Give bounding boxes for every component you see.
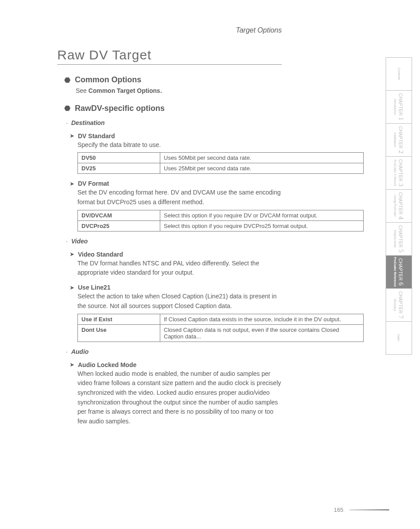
heading-text: RawDV-specific options [75,104,165,113]
side-tab[interactable]: CHAPTER 6ProCoder Reference [386,255,412,288]
see-link[interactable]: Common Target Options. [88,87,162,94]
item-dv-standard: ➤ DV Standard [70,132,282,140]
item-label: Use Line21 [78,284,111,291]
side-tab[interactable]: CHAPTER 7Glossary [386,288,412,321]
desc-dv-standard: Specify the data bitrate to use. [77,140,282,150]
cell-key: DV50 [78,153,160,163]
group-video: · Video [66,238,282,245]
cell-key: Use if Exist [78,314,160,324]
desc-dv-format: Set the DV encoding format here. DV and … [77,188,282,207]
side-tab[interactable]: CHAPTER 3ProCoder 3 Wizard [386,156,412,189]
heading-text: Common Options [75,75,141,84]
footer-bar-icon [350,509,389,511]
item-use-line21: ➤ Use Line21 [70,284,282,291]
cell-key: DV/DVCAM [78,210,160,220]
group-audio: · Audio [66,348,282,355]
desc-audio-locked: When locked audio mode is enabled, the n… [77,369,282,426]
side-tab[interactable]: CHAPTER 2Installation [386,123,412,156]
item-label: Audio Locked Mode [78,361,136,368]
group-label: Video [71,238,88,245]
cell-val: Uses 50Mbit per second data rate. [160,153,364,163]
group-label: Destination [71,119,105,126]
item-dv-format: ➤ DV Format [70,180,282,187]
page-content: Target Options Raw DV Target Common Opti… [0,0,308,447]
heading-rawdv-options: RawDV-specific options [64,104,282,113]
group-destination: · Destination [66,119,282,126]
item-label: DV Standard [78,132,115,140]
desc-video-standard: The DV format handles NTSC and PAL video… [77,259,282,278]
section-header: Target Options [57,26,282,34]
table-dv-standard: DV50Uses 50Mbit per second data rate. DV… [77,152,364,174]
hexagon-icon [64,105,70,111]
see-common-target: See Common Target Options. [76,86,282,96]
side-tab[interactable]: CHAPTER 5Helpful Hints [386,222,412,255]
cell-key: DV25 [78,163,160,174]
page-number: 165 [334,507,343,513]
footer: 165 [334,507,389,513]
cell-key: DVCPro25 [78,220,160,231]
svg-marker-1 [64,106,70,111]
table-row: DV/DVCAMSelect this option if you requir… [78,210,364,220]
arrow-icon: ➤ [70,361,74,368]
desc-use-line21: Select the action to take when Closed Ca… [77,292,282,311]
table-row: Use if ExistIf Closed Caption data exist… [78,314,364,324]
item-label: DV Format [78,180,109,187]
see-prefix: See [76,87,88,94]
arrow-icon: ➤ [70,251,74,257]
cell-val: Closed Caption data is not output, even … [160,324,364,342]
cell-val: If Closed Caption data exists in the sou… [160,314,364,324]
side-tab[interactable]: Index [386,321,412,355]
table-row: Dont UseClosed Caption data is not outpu… [78,324,364,342]
side-tab[interactable]: Contents [386,57,412,90]
side-tab[interactable]: CHAPTER 1Introduction [386,90,412,123]
cell-val: Uses 25Mbit per second data rate. [160,163,364,174]
table-use-line21: Use if ExistIf Closed Caption data exist… [77,314,364,342]
table-row: DV50Uses 50Mbit per second data rate. [78,153,364,163]
item-label: Video Standard [78,251,123,258]
heading-common-options: Common Options [64,75,282,84]
table-row: DVCPro25Select this option if you requir… [78,220,364,231]
page-title: Raw DV Target [57,48,282,65]
cell-val: Select this option if you require DV or … [160,210,364,220]
cell-key: Dont Use [78,324,160,342]
item-video-standard: ➤ Video Standard [70,251,282,258]
svg-marker-0 [64,77,70,83]
group-label: Audio [71,348,89,355]
side-tab[interactable]: CHAPTER 4Using ProCoder [386,189,412,222]
table-row: DV25Uses 25Mbit per second data rate. [78,163,364,174]
cell-val: Select this option if you require DVCPro… [160,220,364,231]
hexagon-icon [64,77,70,83]
side-tabs: ContentsCHAPTER 1IntroductionCHAPTER 2In… [386,57,412,355]
arrow-icon: ➤ [70,132,74,139]
arrow-icon: ➤ [70,284,74,291]
arrow-icon: ➤ [70,180,74,187]
item-audio-locked: ➤ Audio Locked Mode [70,361,282,368]
table-dv-format: DV/DVCAMSelect this option if you requir… [77,210,364,231]
